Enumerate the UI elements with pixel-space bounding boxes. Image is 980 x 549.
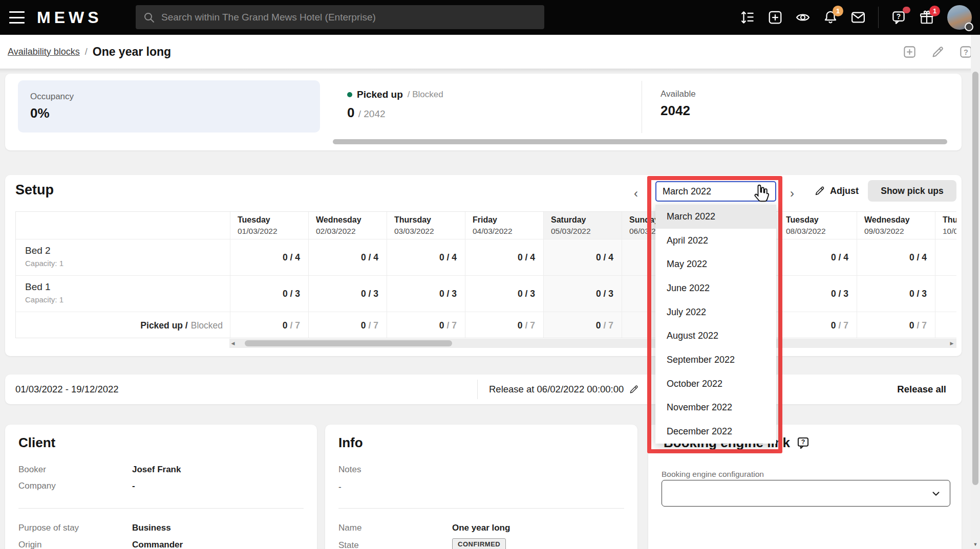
watch-eye-icon[interactable]	[795, 10, 811, 25]
show-pickups-button[interactable]: Show pick ups	[868, 180, 956, 202]
cursor-hand-icon	[752, 183, 772, 204]
month-dropdown-menu: March 2022April 2022May 2022June 2022Jul…	[655, 205, 776, 444]
availability-cell[interactable]: 0 / 4	[230, 239, 308, 275]
space-category-name: Bed 2	[25, 245, 230, 256]
month-option[interactable]: December 2022	[655, 420, 776, 444]
info-card: Info Notes - Name One year long State CO…	[325, 425, 637, 549]
purpose-row: Purpose of stay Business	[18, 523, 171, 533]
availability-cell[interactable]: 0 / 4	[543, 239, 622, 275]
breadcrumb: Availability blocks / One year long	[8, 35, 171, 69]
availability-cell[interactable]: 0 / 4	[778, 239, 857, 275]
menu-icon[interactable]	[9, 11, 25, 24]
footer-total-cell: 0/ 7	[230, 312, 308, 338]
stats-card: Occupancy 0% Picked up / Blocked 0 / 204…	[5, 74, 962, 150]
priority-sort-icon[interactable]	[740, 10, 755, 25]
month-option[interactable]: August 2022	[655, 324, 776, 348]
month-option[interactable]: November 2022	[655, 396, 776, 420]
footer-total-cell: 0/ 7	[543, 312, 622, 338]
range-divider	[477, 380, 478, 399]
search-input[interactable]: Search within The Grand Mews Hotel (Ente…	[136, 5, 544, 29]
availability-cell[interactable]: 0 / 3	[230, 276, 308, 312]
gift-icon[interactable]: 1	[919, 10, 935, 25]
help-chat-icon[interactable]: ?	[891, 10, 906, 25]
edit-pencil-icon[interactable]	[931, 45, 945, 59]
add-icon[interactable]	[768, 10, 783, 25]
availability-cell[interactable]: 0 / 3	[387, 276, 465, 312]
booking-help-icon[interactable]: ?	[796, 436, 810, 450]
availability-cell[interactable]: 0 / 3	[857, 276, 935, 312]
availability-cell[interactable]: 0 / 3	[465, 276, 543, 312]
occupancy-label: Occupancy	[30, 92, 308, 102]
svg-text:?: ?	[801, 438, 805, 446]
month-option[interactable]: April 2022	[655, 229, 776, 253]
search-placeholder: Search within The Grand Mews Hotel (Ente…	[161, 12, 376, 23]
adjust-pencil-icon	[814, 185, 825, 196]
prev-month-chevron[interactable]: ‹	[634, 187, 638, 200]
scroll-right-icon[interactable]: ▶	[948, 341, 955, 346]
stats-scrollbar[interactable]	[333, 139, 947, 144]
availability-cell[interactable]: 0 / 3	[543, 276, 622, 312]
column-day-label: Friday	[473, 215, 543, 225]
next-month-chevron[interactable]: ›	[790, 187, 794, 200]
booker-value[interactable]: Josef Frank	[132, 465, 181, 475]
page-scrollbar[interactable]: ▼	[971, 35, 980, 549]
breadcrumb-link-availability-blocks[interactable]: Availability blocks	[8, 47, 80, 57]
table-row: Bed 2Capacity: 10 / 40 / 40 / 40 / 40 / …	[16, 239, 956, 275]
column-date-label: 03/03/2022	[394, 227, 465, 236]
purpose-label: Purpose of stay	[18, 523, 132, 533]
booking-config-select[interactable]	[662, 480, 950, 507]
mews-app-screen: MEWS Search within The Grand Mews Hotel …	[0, 0, 980, 549]
month-option[interactable]: October 2022	[655, 372, 776, 396]
table-scrollbar[interactable]: ◀ ▶	[229, 339, 956, 348]
space-category-capacity: Capacity: 1	[25, 295, 230, 304]
bell-badge: 1	[833, 6, 843, 16]
availability-cell[interactable]: 0 / 4	[465, 239, 543, 275]
add-block-icon[interactable]	[903, 45, 917, 59]
notes-value-row: -	[338, 482, 342, 492]
company-label: Company	[18, 481, 132, 491]
availability-cell[interactable]: 0 / 3	[308, 276, 387, 312]
month-option[interactable]: July 2022	[655, 300, 776, 324]
month-option[interactable]: September 2022	[655, 348, 776, 372]
column-header: Tuesday01/03/2022	[230, 212, 308, 239]
availability-cell[interactable]: 0 / 4	[857, 239, 935, 275]
footer-blocked-label: Blocked	[191, 320, 223, 331]
availability-cell[interactable]: 0 / 4	[308, 239, 387, 275]
adjust-button[interactable]: Adjust	[814, 185, 859, 196]
footer-label-cell: Picked up /Blocked	[16, 312, 230, 338]
client-title: Client	[18, 435, 55, 451]
column-date-label: 08/03/2022	[786, 227, 857, 236]
release-edit-pencil-icon[interactable]	[629, 384, 639, 394]
column-date-label: 05/03/2022	[551, 227, 622, 236]
scroll-down-icon[interactable]: ▼	[971, 542, 980, 547]
notifications-bell-icon[interactable]: 1	[823, 10, 838, 25]
release-all-button[interactable]: Release all	[897, 375, 946, 404]
availability-cell[interactable]: 0 / 4	[935, 239, 956, 275]
column-day-label: Thursday	[943, 215, 956, 225]
footer-total-cell: 0/ 7	[935, 312, 956, 338]
month-option[interactable]: March 2022	[655, 205, 776, 229]
availability-cell[interactable]: 0 / 3	[935, 276, 956, 312]
state-label: State	[338, 538, 452, 549]
mail-icon[interactable]	[850, 10, 866, 25]
availability-cell[interactable]: 0 / 3	[778, 276, 857, 312]
chevron-down-icon	[930, 488, 942, 499]
month-option[interactable]: May 2022	[655, 252, 776, 276]
availability-cell[interactable]: 0 / 4	[387, 239, 465, 275]
column-day-label: Wednesday	[316, 215, 387, 225]
table-scrollbar-thumb[interactable]	[245, 340, 452, 346]
user-avatar[interactable]	[947, 5, 972, 30]
state-badge: CONFIRMED	[452, 538, 506, 549]
topbar-icons: 1 ? 1	[740, 0, 972, 35]
page-scrollbar-thumb[interactable]	[972, 72, 978, 485]
available-stat: Available 2042	[661, 89, 696, 119]
notes-value: -	[338, 482, 342, 492]
month-option[interactable]: June 2022	[655, 276, 776, 300]
origin-value: Commander	[132, 540, 183, 549]
scroll-left-icon[interactable]: ◀	[229, 341, 237, 346]
origin-row: Origin Commander	[18, 540, 183, 549]
avatar-status-dot	[965, 23, 973, 31]
column-header: Wednesday02/03/2022	[308, 212, 387, 239]
release-at: Release at 06/02/2022 00:00:00	[489, 375, 639, 404]
svg-text:?: ?	[897, 13, 901, 20]
